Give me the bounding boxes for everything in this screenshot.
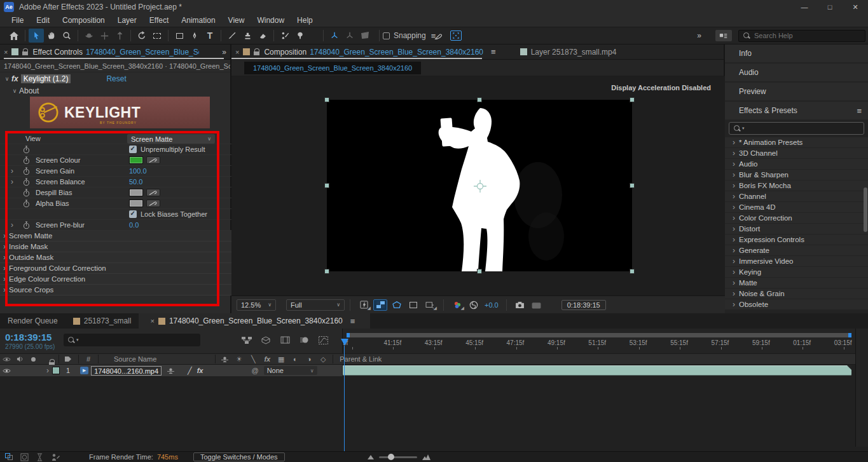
help-search-box[interactable] [738, 30, 865, 42]
twirl-right-icon[interactable] [729, 257, 739, 266]
effects-category-row[interactable]: Audio [725, 159, 868, 170]
eraser-tool-icon[interactable] [255, 29, 270, 43]
puppet-pin-tool-icon[interactable] [293, 29, 308, 43]
twirl-down-icon[interactable] [10, 88, 19, 94]
effects-category-row[interactable]: Keying [725, 267, 868, 278]
mask-visibility-icon[interactable] [390, 299, 404, 311]
rectangle-tool-icon[interactable] [172, 29, 187, 43]
twirl-right-icon[interactable] [729, 278, 739, 287]
screen-colour-swatch[interactable] [129, 156, 143, 164]
toggle-switches-modes-button[interactable]: Toggle Switches / Modes [193, 452, 285, 461]
home-icon[interactable] [6, 29, 22, 43]
selection-handle[interactable] [477, 269, 482, 274]
selection-tool-icon[interactable] [29, 29, 44, 43]
zoom-slider[interactable] [379, 456, 417, 458]
adjustment-layer-column-icon[interactable]: ◑ [305, 355, 313, 363]
composition-viewer-tab[interactable]: 1748040_Green_Screen_Blue_Screen_3840x21… [244, 62, 421, 74]
about-row[interactable]: About [0, 85, 230, 97]
world-axis-mode-icon[interactable] [342, 29, 357, 43]
effect-group-row[interactable]: Foreground Colour Correction [0, 263, 231, 274]
fast-preview-icon[interactable] [357, 299, 371, 311]
stopwatch-icon[interactable] [23, 200, 30, 208]
effect-group-row[interactable]: Edge Colour Correction [0, 274, 231, 285]
live-update-icon[interactable] [5, 453, 15, 461]
parent-link-column[interactable]: Parent & Link [340, 355, 382, 363]
effects-category-row[interactable]: Generate [725, 245, 868, 256]
twirl-right-icon[interactable] [729, 289, 739, 298]
collapsed-panel-header[interactable]: Audio [725, 64, 868, 81]
draft-mode-icon[interactable] [20, 453, 31, 461]
twirl-right-icon[interactable] [729, 160, 739, 168]
workspace-settings-icon[interactable] [715, 30, 732, 41]
menu-item[interactable]: File [5, 16, 30, 25]
region-of-interest-icon[interactable] [406, 299, 420, 311]
twirl-right-icon[interactable] [729, 192, 739, 201]
motion-blur-column-icon[interactable]: ◐ [291, 355, 300, 363]
layer-row[interactable]: 1 ▶ 1748040...2160.mp4 ╱ fx @ None [0, 365, 342, 376]
playhead[interactable] [341, 339, 348, 346]
lock-icon[interactable] [254, 48, 260, 56]
label-column-icon[interactable] [64, 356, 73, 362]
text-tool-icon[interactable]: T [202, 29, 217, 43]
local-axis-mode-icon[interactable] [327, 29, 342, 43]
pen-tool-icon[interactable] [187, 29, 202, 43]
twirl-right-icon[interactable] [0, 242, 9, 251]
screen-preblur-value[interactable]: 0.0 [129, 221, 139, 229]
composition-tab-target[interactable]: 1748040_Green_Screen_Blue_Screen_3840x21… [310, 48, 483, 57]
3d-layer-column-icon[interactable]: ◇ [319, 355, 327, 363]
lock-biases-checkbox[interactable] [129, 210, 137, 218]
effects-category-row[interactable]: Matte [725, 278, 868, 289]
layer-twirl-icon[interactable] [43, 366, 52, 375]
panel-menu-icon[interactable] [343, 316, 363, 326]
exposure-value[interactable]: +0.0 [485, 301, 499, 309]
effects-category-row[interactable]: Noise & Grain [725, 289, 868, 299]
layer-fx-toggle[interactable]: fx [197, 367, 203, 374]
zoom-slider-knob[interactable] [388, 454, 394, 460]
menu-item[interactable]: Help [291, 16, 319, 25]
parent-pickwhip-icon[interactable]: @ [251, 367, 258, 374]
effect-name[interactable]: Keylight (1.2) [21, 74, 71, 83]
effect-controls-tab-target[interactable]: 1748040_Green_Screen_Blue_Scree [86, 48, 199, 57]
effects-category-row[interactable]: Immersive Video [725, 256, 868, 267]
snapping-checkbox[interactable] [383, 32, 390, 39]
unpremultiply-checkbox[interactable] [129, 146, 137, 153]
effects-category-row[interactable]: Blur & Sharpen [725, 170, 868, 180]
brush-tool-icon[interactable] [224, 29, 240, 43]
despill-bias-swatch[interactable] [129, 189, 143, 196]
effects-category-row[interactable]: Expression Controls [725, 234, 868, 245]
channel-display-icon[interactable] [450, 299, 464, 311]
clone-stamp-tool-icon[interactable] [240, 29, 255, 43]
toolbar-overflow-icon[interactable] [697, 31, 700, 40]
effect-group-row[interactable]: Screen Matte [0, 231, 231, 241]
menu-item[interactable]: Animation [175, 16, 221, 25]
reset-link[interactable]: Reset [106, 74, 126, 83]
menu-item[interactable]: View [222, 16, 251, 25]
guide-options-icon[interactable] [423, 299, 437, 311]
twirl-right-icon[interactable] [729, 203, 739, 212]
view-axis-mode-icon[interactable] [357, 29, 373, 43]
selection-handle[interactable] [324, 269, 329, 274]
graph-editor-icon[interactable] [317, 334, 329, 346]
timeline-tab[interactable]: 251873_small [65, 313, 139, 329]
composition-tab-label[interactable]: Composition [264, 48, 307, 57]
quality-column-icon[interactable]: ╲ [249, 355, 258, 363]
menu-item[interactable]: Effect [143, 16, 175, 25]
twirl-right-icon[interactable] [729, 224, 739, 233]
effects-category-row[interactable]: Color Correction [725, 213, 868, 224]
current-timecode[interactable]: 0:18:39:15 [5, 332, 52, 343]
time-ruler[interactable]: 5f 41:15f 43:15f 45:15f 47:15f 49:15f 51… [342, 329, 855, 353]
eyedropper-icon[interactable] [146, 156, 160, 164]
draft-3d-icon[interactable] [259, 334, 272, 346]
snapshot-camera-icon[interactable] [513, 299, 527, 311]
layer-duration-bar[interactable] [343, 365, 851, 376]
collapsed-panel-header[interactable]: Preview [725, 83, 868, 100]
source-name-column[interactable]: Source Name [114, 355, 156, 363]
collapse-transformations-column-icon[interactable]: ☀ [235, 355, 244, 363]
effect-controls-tab-label[interactable]: Effect Controls [32, 48, 82, 57]
panel-overflow-icon[interactable] [222, 48, 225, 57]
twirl-right-icon[interactable] [729, 268, 739, 276]
alpha-bias-swatch[interactable] [129, 200, 143, 207]
solo-column-icon[interactable] [31, 357, 39, 362]
close-icon[interactable] [235, 48, 239, 56]
panel-menu-icon[interactable] [483, 47, 504, 57]
